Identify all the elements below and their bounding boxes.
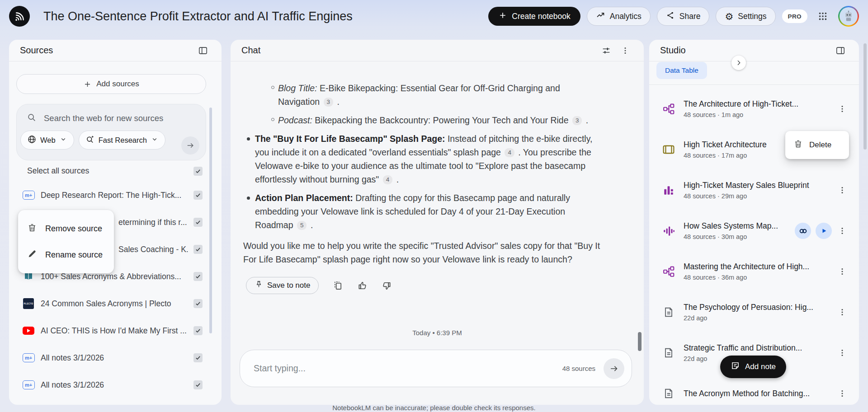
search-row[interactable]: Search the web for new sources	[17, 104, 206, 127]
thumbs-down-icon[interactable]	[381, 280, 392, 291]
source-checkbox[interactable]	[193, 272, 203, 281]
source-row[interactable]: m+Deep Research Report: The High-Tick...	[16, 182, 214, 209]
source-checkbox[interactable]	[193, 299, 203, 308]
user-avatar[interactable]	[838, 6, 859, 27]
source-row[interactable]: AI CEO: THIS is How I'd Make My First ..…	[16, 317, 214, 344]
studio-item-menu-button[interactable]	[835, 345, 850, 360]
save-to-note-button[interactable]: Save to note	[246, 277, 319, 294]
studio-item-row[interactable]: The Psychology of Persuasion: Hig...22d …	[649, 292, 859, 332]
markdown-source-icon: m+	[23, 353, 35, 362]
share-button[interactable]: Share	[657, 7, 710, 26]
citation-chip[interactable]: 3	[572, 116, 582, 125]
chat-panel-header: Chat	[231, 40, 644, 61]
select-all-checkbox[interactable]	[193, 167, 203, 176]
web-source-dropdown[interactable]: Web	[20, 131, 74, 150]
apps-grid-icon[interactable]	[814, 7, 832, 25]
research-mode-dropdown[interactable]: Fast Research	[79, 131, 165, 150]
citation-chip[interactable]: 4	[383, 175, 393, 184]
gear-icon: ⚙	[725, 12, 733, 21]
notebook-title[interactable]: The One-Sentence Profit Extractor and AI…	[43, 9, 488, 23]
data-table-chip[interactable]: Data Table	[656, 62, 707, 79]
studio-item-title: High-Ticket Mastery Sales Blueprint	[684, 181, 835, 190]
studio-item-title: Mastering the Architecture of High...	[684, 262, 835, 272]
studio-item-menu-button[interactable]	[835, 223, 850, 239]
source-checkbox[interactable]	[193, 218, 203, 227]
sources-scrollbar[interactable]	[209, 108, 212, 333]
collapse-studio-panel-icon[interactable]	[833, 43, 848, 58]
studio-item-meta: 22d ago	[684, 314, 835, 322]
plus-icon	[83, 80, 92, 89]
create-notebook-button[interactable]: Create notebook	[488, 7, 580, 26]
source-row[interactable]: PLECTO24 Common Sales Acronyms | Plecto	[16, 290, 214, 317]
chat-more-menu-icon[interactable]	[618, 43, 633, 58]
play-button[interactable]	[816, 223, 832, 239]
list-marker	[271, 118, 274, 121]
studio-chip-strip: Data Table	[649, 61, 859, 84]
app-header: The One-Sentence Profit Extractor and AI…	[0, 0, 868, 33]
studio-item-row[interactable]: High-Ticket Mastery Sales Blueprint48 so…	[649, 170, 859, 211]
sources-panel-header: Sources	[9, 40, 222, 61]
studio-item-title: How Sales Systems Map...	[684, 221, 795, 231]
citation-chip[interactable]: 3	[324, 98, 334, 107]
collapse-sources-panel-icon[interactable]	[195, 43, 211, 58]
globe-icon	[27, 135, 37, 146]
studio-item-menu-button[interactable]	[835, 101, 850, 117]
settings-button[interactable]: ⚙ Settings	[716, 7, 775, 26]
search-submit-button[interactable]	[181, 136, 199, 154]
trash-icon	[27, 223, 37, 235]
sources-panel: Sources Add sources Search the web for n…	[9, 40, 222, 405]
chevron-down-icon	[151, 135, 159, 145]
studio-item-menu-button[interactable]	[835, 386, 850, 401]
bar-chart-icon	[663, 184, 675, 196]
add-note-button[interactable]: Add note	[720, 356, 786, 378]
chat-scrollbar[interactable]	[638, 332, 642, 351]
studio-item-meta: 48 sources · 29m ago	[684, 192, 835, 200]
chat-date-divider: Today • 6:39 PM	[231, 329, 644, 337]
divider	[9, 61, 222, 61]
pin-icon	[255, 280, 263, 291]
search-placeholder[interactable]: Search the web for new sources	[44, 113, 163, 123]
more-options-icon	[838, 389, 847, 398]
list-marker	[247, 197, 250, 200]
citation-chip[interactable]: 5	[297, 221, 307, 230]
studio-item-row[interactable]: The Architecture of High-Ticket...48 sou…	[649, 89, 859, 129]
fast-research-icon	[85, 135, 95, 146]
window-scrollbar[interactable]	[863, 43, 867, 150]
more-options-icon	[838, 308, 847, 317]
send-message-button[interactable]	[604, 358, 624, 379]
chip-carousel-next-button[interactable]	[731, 56, 746, 70]
citation-chip[interactable]: 4	[505, 148, 514, 157]
search-filter-chips: Web Fast Research	[17, 127, 206, 150]
studio-item-menu-button[interactable]	[835, 264, 850, 279]
studio-item-row[interactable]: Mastering the Architecture of High...48 …	[649, 251, 859, 292]
analytics-button[interactable]: Analytics	[587, 7, 651, 26]
plus-icon	[498, 11, 507, 22]
interactive-button[interactable]	[795, 223, 811, 239]
copy-icon[interactable]	[332, 280, 343, 291]
trending-up-icon	[596, 10, 605, 22]
arrow-right-icon	[186, 141, 195, 150]
remove-source-menu-item[interactable]: Remove source	[18, 215, 114, 242]
source-title: etermining if this r...	[118, 218, 189, 227]
pro-badge: PRO	[782, 9, 807, 23]
source-checkbox[interactable]	[193, 245, 203, 254]
chat-settings-tune-icon[interactable]	[599, 43, 614, 58]
add-sources-button[interactable]: Add sources	[16, 74, 206, 94]
source-row[interactable]: m+All notes 3/1/2026	[16, 344, 214, 371]
chat-messages: Blog Title: E-Bike Bikepacking: Essentia…	[243, 81, 601, 266]
rename-source-menu-item[interactable]: Rename source	[18, 242, 114, 268]
chat-input[interactable]	[254, 363, 562, 374]
studio-item-menu-button[interactable]	[835, 183, 850, 198]
source-checkbox[interactable]	[193, 380, 203, 389]
delete-menu-item[interactable]: Delete	[785, 131, 849, 159]
source-row[interactable]: m+All notes 3/1/2026	[16, 371, 214, 398]
thumbs-up-icon[interactable]	[357, 280, 368, 291]
source-checkbox[interactable]	[193, 326, 203, 335]
studio-item-meta: 48 sources · 36m ago	[684, 274, 835, 281]
notebooklm-logo-icon[interactable]	[9, 6, 30, 27]
youtube-icon	[23, 327, 34, 335]
source-checkbox[interactable]	[193, 191, 203, 200]
studio-item-menu-button[interactable]	[835, 304, 850, 320]
studio-item-row[interactable]: How Sales Systems Map...48 sources · 30m…	[649, 211, 859, 251]
source-checkbox[interactable]	[193, 353, 203, 362]
